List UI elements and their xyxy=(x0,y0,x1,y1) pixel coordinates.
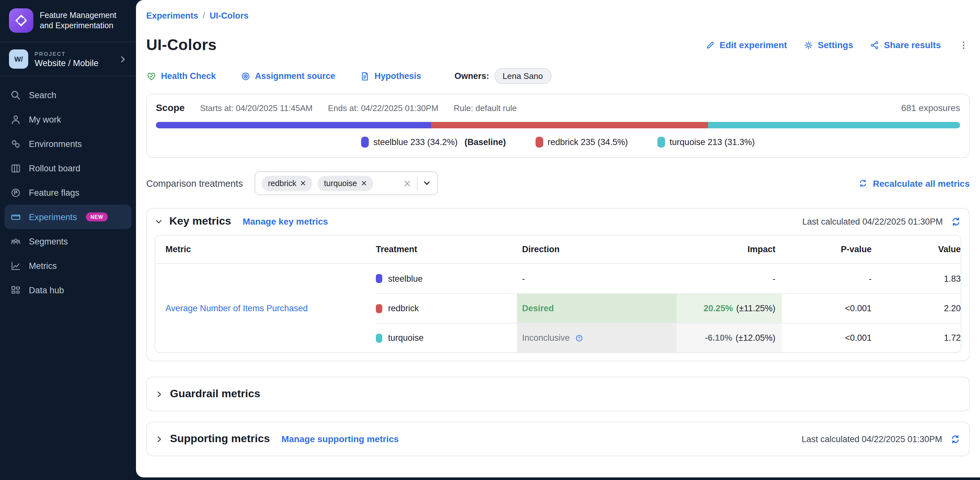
select-divider xyxy=(417,176,417,190)
board-columns-icon xyxy=(10,163,21,174)
legend-swatch xyxy=(361,137,369,148)
bar-segment-turquoise xyxy=(708,122,960,128)
sidebar: Feature Management and Experimentation W… xyxy=(0,0,136,480)
share-icon xyxy=(870,40,880,50)
edit-experiment-button[interactable]: Edit experiment xyxy=(705,40,787,50)
sidebar-item-data-hub[interactable]: Data hub xyxy=(5,278,132,302)
recalculate-all-metrics-button[interactable]: Recalculate all metrics xyxy=(858,178,970,188)
chip-turquoise[interactable]: turquoise xyxy=(318,175,373,191)
manage-supporting-metrics-link[interactable]: Manage supporting metrics xyxy=(282,434,399,444)
settings-button[interactable]: Settings xyxy=(803,40,853,50)
share-results-button[interactable]: Share results xyxy=(870,40,941,50)
recalculate-label: Recalculate all metrics xyxy=(873,178,970,188)
value-cell: 2.20 xyxy=(878,293,961,323)
comparison-treatments-select[interactable]: redbrick turquoise xyxy=(254,171,438,195)
owners-group: Owners: Lena Sano xyxy=(454,68,551,84)
expand-chevron-right-icon[interactable] xyxy=(155,390,164,398)
column-header-treatment: Treatment xyxy=(376,236,517,264)
treatment-swatch xyxy=(376,304,382,313)
new-badge: NEW xyxy=(86,212,108,222)
health-check-link[interactable]: Health Check xyxy=(146,71,216,81)
sidebar-item-label: Environments xyxy=(29,139,82,148)
sidebar-item-segments[interactable]: Segments xyxy=(5,229,132,254)
sidebar-item-feature-flags[interactable]: Feature flags xyxy=(5,180,132,205)
chip-remove-icon[interactable] xyxy=(300,180,306,186)
chip-remove-icon[interactable] xyxy=(361,180,366,186)
direction-label: Inconclusive xyxy=(522,333,570,343)
hypothesis-link[interactable]: Hypothesis xyxy=(360,71,422,81)
key-metrics-title: Key metrics xyxy=(169,215,231,228)
impact-value: -6.10% xyxy=(705,333,732,343)
sidebar-item-metrics[interactable]: Metrics xyxy=(5,254,132,278)
scope-title: Scope xyxy=(156,102,185,113)
comparison-row: Comparison treatments redbrick turquoise xyxy=(146,171,970,195)
breadcrumb-experiments-link[interactable]: Experiments xyxy=(146,11,198,21)
legend-swatch xyxy=(657,137,665,148)
project-avatar: W/ xyxy=(9,49,28,69)
p-value-cell: - xyxy=(782,264,878,293)
pencil-icon xyxy=(705,40,715,50)
treatment-swatch xyxy=(376,333,382,342)
svg-text:?: ? xyxy=(578,336,581,340)
metric-name-link[interactable]: Average Number of Items Purchased xyxy=(165,303,308,313)
sidebar-item-rollout-board[interactable]: Rollout board xyxy=(5,156,132,180)
legend-label: redbrick 235 (34.5%) xyxy=(547,137,628,147)
overflow-menu-icon[interactable] xyxy=(958,39,970,51)
bar-segment-redbrick xyxy=(431,122,708,128)
user-icon xyxy=(10,114,21,125)
legend-item-redbrick: redbrick 235 (34.5%) xyxy=(535,137,628,148)
bullseye-icon xyxy=(240,71,250,81)
exposures-count: 681 exposures xyxy=(901,103,960,113)
supporting-metrics-title: Supporting metrics xyxy=(170,432,270,445)
impact-ci: (±12.05%) xyxy=(736,333,775,343)
metric-name-cell: Average Number of Items Purchased xyxy=(155,264,376,352)
scope-rule: Rule: default rule xyxy=(454,103,517,113)
meta-row: Health Check Assignment source Hypothesi… xyxy=(146,68,970,84)
chevron-down-icon[interactable] xyxy=(422,179,431,187)
app-logo-row[interactable]: Feature Management and Experimentation xyxy=(0,0,136,42)
last-calculated-text: Last calculated 04/22/2025 01:30PM xyxy=(802,217,943,226)
breadcrumb: Experiments / UI-Colors xyxy=(146,0,970,21)
sidebar-item-label: Segments xyxy=(29,236,68,246)
sidebar-item-experiments[interactable]: Experiments NEW xyxy=(5,205,132,229)
breadcrumb-separator: / xyxy=(203,11,205,21)
clear-selection-icon[interactable] xyxy=(402,179,411,188)
main-panel: Experiments / UI-Colors UI-Colors Edit e… xyxy=(136,0,980,477)
sidebar-item-my-work[interactable]: My work xyxy=(5,107,132,132)
manage-key-metrics-link[interactable]: Manage key metrics xyxy=(243,216,328,226)
treatment-name: turquoise xyxy=(388,333,424,343)
column-header-impact: Impact xyxy=(677,236,782,264)
direction-cell: - xyxy=(517,264,677,293)
chip-redbrick[interactable]: redbrick xyxy=(261,175,312,191)
sidebar-item-label: Search xyxy=(29,90,56,100)
edit-experiment-label: Edit experiment xyxy=(720,40,787,50)
key-metrics-header: Key metrics Manage key metrics Last calc… xyxy=(154,215,961,228)
project-switcher[interactable]: W/ PROJECT Website / Mobile xyxy=(0,42,136,77)
exposure-legend: steelblue 233 (34.2%) (Baseline)redbrick… xyxy=(156,137,960,148)
expand-chevron-right-icon[interactable] xyxy=(155,435,164,443)
app-title-line1: Feature Management xyxy=(40,10,116,21)
sidebar-item-environments[interactable]: Environments xyxy=(5,132,132,156)
p-value-cell: <0.001 xyxy=(782,323,878,352)
ruler-icon xyxy=(10,211,21,222)
treatment-name: steelblue xyxy=(388,274,423,283)
flag-circle-icon xyxy=(10,187,21,198)
assignment-source-label: Assignment source xyxy=(255,71,336,81)
key-metrics-header-right: Last calculated 04/22/2025 01:30PM xyxy=(802,216,961,227)
refresh-icon[interactable] xyxy=(950,434,961,444)
owner-chip[interactable]: Lena Sano xyxy=(494,68,551,84)
gear-icon xyxy=(803,40,813,50)
breadcrumb-current-link[interactable]: UI-Colors xyxy=(210,11,249,21)
collapse-chevron-down-icon[interactable] xyxy=(154,217,163,226)
question-circle-icon[interactable]: ? xyxy=(575,333,584,342)
assignment-source-link[interactable]: Assignment source xyxy=(240,71,336,81)
chevron-right-icon xyxy=(119,55,127,63)
scope-ends: Ends at: 04/22/2025 01:30PM xyxy=(328,103,438,113)
line-chart-icon xyxy=(10,260,21,271)
sidebar-item-search[interactable]: Search xyxy=(5,83,132,107)
refresh-icon[interactable] xyxy=(950,216,961,227)
sidebar-item-label: My work xyxy=(29,115,61,124)
treatment-cell-steelblue: steelblue xyxy=(376,264,517,293)
legend-label: steelblue 233 (34.2%) xyxy=(373,137,458,147)
sidebar-nav: Search My work Environments Rollout boar… xyxy=(0,77,136,302)
